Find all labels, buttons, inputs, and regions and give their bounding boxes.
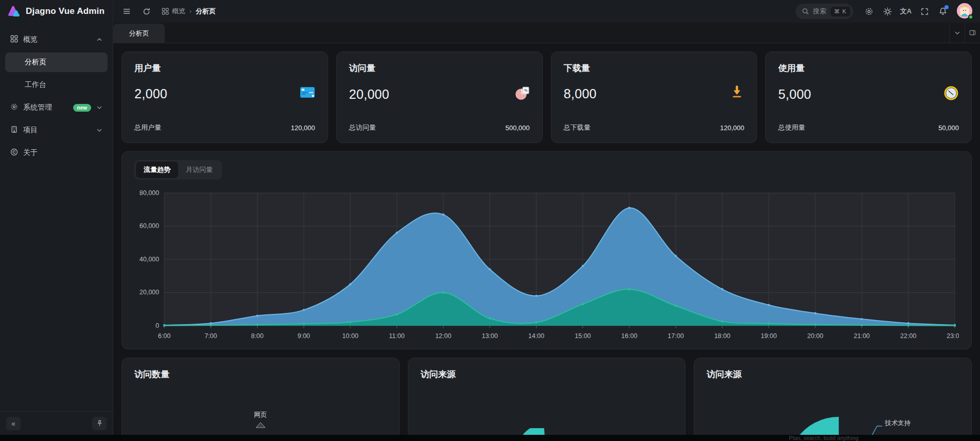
online-status-dot [968, 14, 973, 20]
breadcrumb-current: 分析页 [196, 7, 216, 16]
sidebar-item-label: 项目 [23, 126, 91, 135]
header-left: 概览 › 分析页 [113, 3, 796, 20]
svg-text:22:00: 22:00 [900, 332, 916, 340]
stat-footer-value: 120,000 [291, 124, 315, 132]
chevron-up-icon [96, 37, 102, 43]
sidebar-item-4[interactable]: 项目 [5, 120, 108, 140]
gear-icon [10, 103, 18, 112]
trend-tabs: 流量趋势月访问量 [134, 160, 222, 180]
stat-footer-value: 50,000 [938, 124, 959, 132]
app-header: Djagno Vue Admin 概览 › 分析页 搜索 ⌘ K [0, 0, 980, 23]
tab-panel-button[interactable] [965, 23, 980, 43]
sidebar-item-label: 关于 [23, 148, 102, 157]
search-shortcut-kbd: ⌘ K [831, 7, 850, 16]
svg-text:%: % [524, 88, 527, 93]
visit-count-card: 访问数量 网页 [122, 358, 400, 441]
trend-tab-0[interactable]: 流量趋势 [136, 162, 178, 178]
stat-title: 访问量 [349, 62, 530, 74]
stat-footer-value: 500,000 [506, 124, 530, 132]
svg-text:7:00: 7:00 [204, 332, 217, 340]
stat-value: 2,000 [134, 86, 167, 101]
stat-title: 使用量 [778, 62, 959, 74]
svg-text:8:00: 8:00 [251, 332, 263, 340]
language-button[interactable]: 文A [898, 3, 914, 20]
app-window: Djagno Vue Admin 概览 › 分析页 搜索 ⌘ K [0, 0, 980, 441]
trend-tab-1[interactable]: 月访问量 [178, 162, 220, 178]
svg-text:14:00: 14:00 [528, 332, 544, 340]
stat-footer-value: 120,000 [720, 124, 744, 132]
svg-text:80,000: 80,000 [140, 189, 159, 197]
chevron-down-icon [96, 127, 102, 133]
bottom-edge-strip: Plan, search, build anything [0, 435, 980, 441]
visit-source-donut-card: 访问来源 技术支持 [694, 358, 972, 441]
grid-icon [10, 35, 18, 44]
stat-footer-label: 总访问量 [349, 123, 376, 132]
svg-text:17:00: 17:00 [668, 332, 684, 340]
svg-text:9:00: 9:00 [298, 332, 310, 340]
sidebar-item-1[interactable]: 分析页 [5, 52, 108, 72]
refresh-button[interactable] [138, 3, 154, 20]
clock-icon [943, 85, 959, 103]
sidebar-item-label: 分析页 [25, 58, 102, 67]
sidebar-footer: « [0, 411, 113, 435]
header-right: 搜索 ⌘ K 文A [796, 3, 980, 20]
stat-footer-label: 总用户量 [134, 123, 161, 132]
donut-chart [694, 358, 971, 441]
hamburger-icon [123, 7, 131, 15]
sidebar-collapse-button[interactable]: « [6, 417, 21, 430]
chevron-down-icon [954, 30, 960, 36]
gear-icon [865, 7, 873, 16]
download-icon [730, 85, 744, 102]
collapse-menu-button[interactable] [118, 3, 135, 20]
radar-chart-tip [255, 422, 266, 428]
tab-list-dropdown-button[interactable] [949, 23, 965, 43]
svg-text:11:00: 11:00 [389, 332, 404, 340]
stat-footer-label: 总使用量 [778, 123, 805, 132]
page-tab-active[interactable]: 分析页 [113, 24, 165, 43]
svg-text:23:00: 23:00 [947, 332, 959, 340]
theme-toggle-button[interactable] [879, 3, 896, 20]
settings-button[interactable] [861, 3, 877, 20]
sidebar-pin-button[interactable] [92, 417, 107, 430]
sidebar-item-0[interactable]: 概览 [5, 30, 108, 49]
sidebar-item-2[interactable]: 工作台 [5, 75, 108, 95]
sidebar-item-label: 系统管理 [23, 103, 68, 112]
bottom-cards-row: 访问数量 网页 访问来源 访问来源 技术支持 [122, 358, 972, 441]
stat-footer: 总下载量120,000 [564, 123, 745, 132]
bottom-hint-text: Plan, search, build anything [789, 435, 858, 441]
card-title: 访问数量 [134, 368, 387, 380]
breadcrumb: 概览 › 分析页 [162, 7, 216, 16]
panel-layout-icon [969, 29, 976, 36]
stat-card-2: 下载量8,000总下载量120,000 [551, 51, 758, 143]
svg-text:60,000: 60,000 [140, 223, 159, 230]
traffic-trend-card: 流量趋势月访问量 6:007:008:009:0010:0011:0012:00… [122, 151, 972, 349]
stat-value: 20,000 [349, 87, 389, 102]
stat-mid: 20,000% [349, 85, 530, 103]
svg-text:20,000: 20,000 [140, 289, 159, 296]
stat-value: 5,000 [778, 87, 811, 102]
bank-card-icon [300, 85, 315, 102]
svg-text:40,000: 40,000 [140, 256, 159, 263]
notification-dot [944, 5, 949, 9]
chevron-down-icon [96, 104, 102, 111]
stat-card-1: 访问量20,000%总访问量500,000 [336, 51, 543, 143]
stat-footer: 总访问量500,000 [349, 123, 530, 132]
stat-mid: 8,000 [564, 85, 745, 102]
stat-title: 下载量 [564, 62, 745, 74]
chart-wrap: 6:007:008:009:0010:0011:0012:0013:0014:0… [134, 186, 959, 346]
svg-text:20:00: 20:00 [807, 332, 823, 340]
svg-text:16:00: 16:00 [621, 332, 637, 340]
fullscreen-button[interactable] [916, 3, 933, 20]
user-avatar[interactable] [956, 3, 973, 20]
notifications-button[interactable] [935, 3, 951, 20]
brand: Djagno Vue Admin [0, 0, 113, 23]
svg-text:12:00: 12:00 [435, 332, 451, 340]
sidebar-item-5[interactable]: 关于 [5, 143, 108, 163]
breadcrumb-section[interactable]: 概览 [162, 7, 185, 16]
stat-card-0: 用户量2,000总用户量120,000 [122, 51, 328, 143]
sidebar-item-3[interactable]: 系统管理new [5, 98, 108, 117]
grid-icon [162, 8, 169, 15]
card-title: 访问来源 [421, 368, 673, 380]
svg-text:18:00: 18:00 [714, 332, 730, 340]
search-input[interactable]: 搜索 ⌘ K [796, 4, 853, 19]
